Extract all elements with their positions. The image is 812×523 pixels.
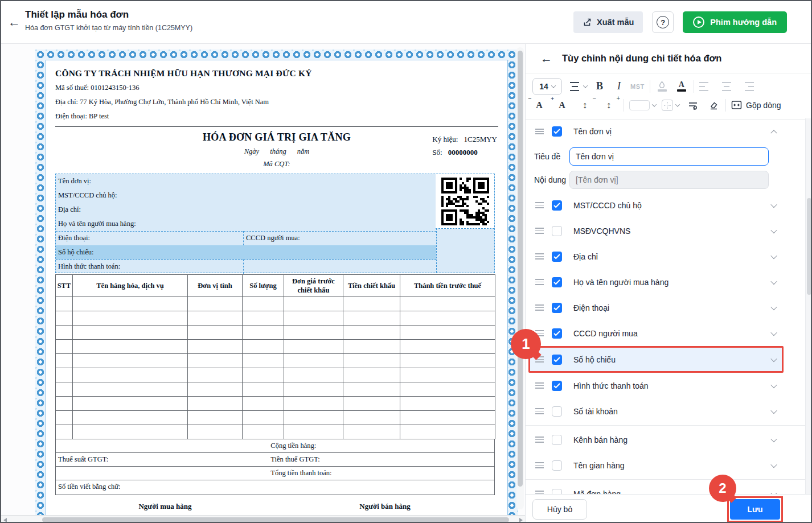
table-cell <box>400 425 495 439</box>
field-toggle-row-2[interactable]: Địa chỉ <box>526 244 812 269</box>
field-toggle-row-6[interactable]: Số hộ chiếu <box>528 346 784 373</box>
text-wrap-button[interactable] <box>686 97 700 113</box>
field-checkbox[interactable] <box>552 381 562 391</box>
field-checkbox[interactable] <box>552 126 562 137</box>
field-checkbox[interactable] <box>552 252 562 262</box>
font-decrease-button[interactable]: −A <box>532 97 546 113</box>
drag-handle-icon[interactable] <box>535 408 544 414</box>
scroll-left-arrow[interactable] <box>3 518 7 522</box>
field-toggle-row-8[interactable]: Số tài khoản <box>526 398 812 424</box>
invoice-buyer-field[interactable]: Tên đơn vị: <box>56 174 432 188</box>
field-toggle-row-4[interactable]: Điện thoại <box>526 295 812 320</box>
invoice-buyer-field[interactable]: MST/CCCD chủ hộ: <box>56 188 432 203</box>
highlight-color-button[interactable] <box>655 79 669 94</box>
table-cell <box>56 397 73 411</box>
drag-handle-icon[interactable] <box>535 462 544 468</box>
fill-color-select[interactable] <box>629 97 656 113</box>
chevron-down-icon[interactable] <box>770 381 777 388</box>
chevron-up-icon[interactable] <box>770 130 777 136</box>
save-button[interactable]: Lưu <box>730 499 780 520</box>
field-toggle-row-3[interactable]: Họ và tên người mua hàng <box>526 269 812 295</box>
drag-handle-icon[interactable] <box>535 436 544 442</box>
chevron-down-icon[interactable] <box>583 83 588 88</box>
field-checkbox[interactable] <box>552 355 562 365</box>
field-toggle-row-9[interactable]: Kênh bán hàng <box>526 427 812 452</box>
panel-back-icon[interactable]: ← <box>540 52 552 65</box>
title-input[interactable] <box>569 147 769 166</box>
help-button[interactable]: ? <box>652 11 674 33</box>
font-size-value: 14 <box>539 82 548 91</box>
italic-button[interactable]: I <box>612 79 626 94</box>
field-toggle-row-0[interactable]: MST/CCCD chủ hộ <box>526 192 812 218</box>
drag-handle-icon[interactable] <box>535 304 544 310</box>
horizontal-scrollbar[interactable] <box>1 515 525 523</box>
back-icon[interactable]: ← <box>8 15 20 30</box>
chevron-down-icon[interactable] <box>770 329 777 335</box>
chevron-down-icon[interactable] <box>770 201 777 207</box>
invoice-cccd-field[interactable]: CCCD người mua: <box>246 231 300 245</box>
field-checkbox[interactable] <box>552 200 562 211</box>
chevron-down-icon[interactable] <box>770 407 777 413</box>
field-toggle-row-7[interactable]: Hình thức thanh toán <box>526 373 812 398</box>
field-checkbox[interactable] <box>552 435 562 445</box>
drag-handle-icon[interactable] <box>535 129 544 134</box>
invoice-passport-field[interactable]: Số hộ chiếu: <box>56 245 436 260</box>
buyer-fields-section[interactable]: Tên đơn vị:MST/CCCD chủ hộ:Địa chỉ:Họ và… <box>55 174 495 273</box>
chevron-down-icon[interactable] <box>770 278 777 284</box>
field-toggle-row-5[interactable]: CCCD người mua <box>526 320 812 346</box>
field-checkbox[interactable] <box>552 303 562 313</box>
tutorial-button[interactable]: Phim hướng dẫn <box>683 11 787 33</box>
drag-handle-icon[interactable] <box>535 382 544 388</box>
invoice-phone-field[interactable]: Điện thoại: <box>56 231 244 245</box>
panel-scrollbar[interactable] <box>805 118 812 494</box>
chevron-down-icon[interactable] <box>770 355 777 361</box>
bold-button[interactable]: B <box>593 79 606 94</box>
invoice-payment-field[interactable]: Hình thức thanh toán: <box>56 260 244 274</box>
chevron-down-icon[interactable] <box>770 461 777 467</box>
drag-handle-icon[interactable] <box>535 202 544 208</box>
field-checkbox[interactable] <box>552 226 562 236</box>
table-cell <box>400 340 495 354</box>
vertical-scrollbar[interactable] <box>516 47 524 509</box>
export-template-button[interactable]: Xuất mẫu <box>573 11 643 33</box>
horizontal-scrollbar-thumb[interactable] <box>42 517 509 522</box>
chevron-down-icon[interactable] <box>770 489 777 494</box>
vertical-scrollbar-thumb[interactable] <box>518 51 523 487</box>
drag-handle-icon[interactable] <box>535 279 544 285</box>
chevron-down-icon[interactable] <box>770 227 777 233</box>
line-spacing-button[interactable] <box>568 79 581 94</box>
font-size-select[interactable]: 14 <box>532 78 562 95</box>
align-left-button[interactable] <box>699 79 713 94</box>
field-checkbox[interactable] <box>552 406 562 417</box>
cancel-button[interactable]: Hủy bỏ <box>532 499 587 520</box>
merge-rows-button[interactable]: Gộp dòng <box>731 97 781 113</box>
row-height-decrease-button[interactable]: ↕− <box>578 97 592 113</box>
row-height-increase-button[interactable]: ↕+ <box>602 97 616 113</box>
field-toggle-row-11[interactable]: Mã đơn hàng <box>526 481 812 494</box>
drag-handle-icon[interactable] <box>535 228 544 233</box>
align-center-button[interactable] <box>720 79 733 94</box>
qr-code-box <box>436 174 494 229</box>
field-checkbox[interactable] <box>552 277 562 287</box>
chevron-down-icon[interactable] <box>770 435 777 442</box>
field-toggle-row-10[interactable]: Tên gian hàng <box>526 452 812 478</box>
invoice-buyer-field[interactable]: Họ và tên người mua hàng: <box>56 217 432 231</box>
chevron-down-icon[interactable] <box>770 303 777 310</box>
font-color-button[interactable]: A <box>675 79 688 94</box>
panel-scrollbar-thumb[interactable] <box>807 198 811 295</box>
field-checkbox[interactable] <box>552 328 562 339</box>
clear-format-button[interactable] <box>707 97 720 113</box>
table-cell <box>343 368 400 382</box>
field-checkbox[interactable] <box>552 460 562 471</box>
font-increase-button[interactable]: +A <box>555 97 569 113</box>
field-toggle-row-1[interactable]: MSĐVCQHVNS <box>526 218 812 244</box>
scroll-right-arrow[interactable] <box>519 518 523 522</box>
invoice-buyer-field[interactable]: Địa chỉ: <box>56 203 432 217</box>
align-right-button[interactable] <box>740 79 754 94</box>
mst-button[interactable]: MST <box>630 79 645 94</box>
field-toggle-row-unit-name[interactable]: Tên đơn vị <box>526 121 812 142</box>
chevron-down-icon[interactable] <box>770 252 777 258</box>
border-style-select[interactable] <box>662 97 679 113</box>
field-checkbox[interactable] <box>552 489 562 495</box>
drag-handle-icon[interactable] <box>535 253 544 259</box>
